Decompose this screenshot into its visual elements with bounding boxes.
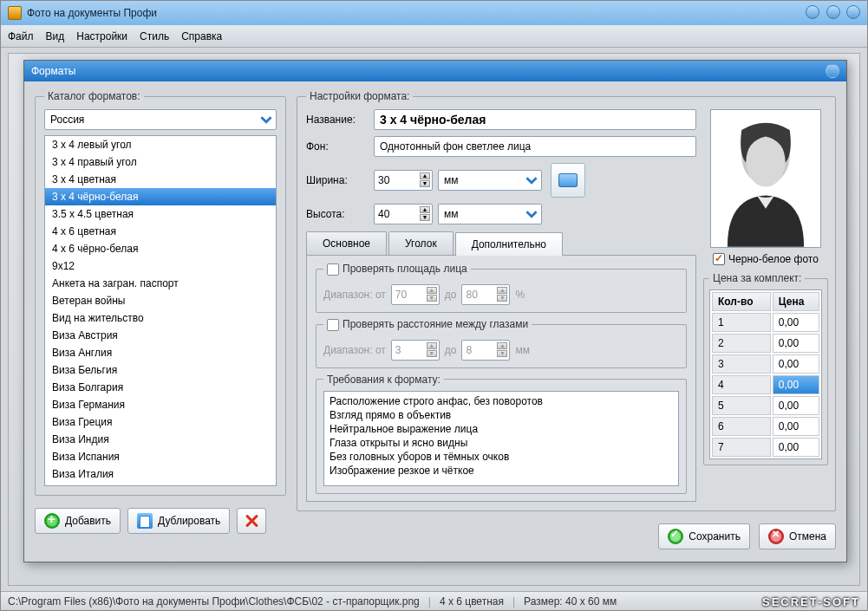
spin-down-icon[interactable]: ▼ bbox=[420, 214, 430, 221]
catalog-fieldset: Каталог форматов: Россия 3 x 4 левый уго… bbox=[35, 90, 286, 496]
face-area-to-spinner: 80▲▼ bbox=[461, 284, 510, 305]
tab-corner[interactable]: Уголок bbox=[388, 231, 454, 255]
watermark: SECRET-SOFT bbox=[762, 595, 860, 608]
eye-distance-checkbox[interactable] bbox=[327, 319, 339, 331]
spin-up-icon[interactable]: ▲ bbox=[420, 172, 430, 179]
status-size: Размер: 40 x 60 мм bbox=[524, 595, 617, 608]
width-unit-combo[interactable]: мм bbox=[438, 170, 542, 191]
menu-view[interactable]: Вид bbox=[46, 30, 65, 42]
requirement-item: Нейтральное выражение лица bbox=[330, 422, 673, 436]
format-item[interactable]: Виза Англия bbox=[45, 344, 276, 361]
titlebar: Фото на документы Профи bbox=[1, 1, 867, 25]
requirements-fieldset: Требования к формату: Расположение строг… bbox=[316, 374, 687, 494]
format-item[interactable]: Виза Греция bbox=[45, 413, 276, 431]
tab-additional-content: Проверять площадь лица Диапазон: от 70▲▼… bbox=[306, 255, 696, 502]
price-table[interactable]: Кол-во Цена 10,0020,0030,0040,0050,0060,… bbox=[709, 289, 822, 459]
portrait-placeholder-icon bbox=[711, 110, 820, 247]
dialog-titlebar: Форматы bbox=[24, 61, 846, 81]
status-path: C:\Program Files (x86)\Фото на документы… bbox=[8, 595, 420, 608]
app-icon bbox=[8, 6, 22, 20]
menubar: Файл Вид Настройки Стиль Справка bbox=[1, 25, 867, 48]
price-row[interactable]: 70,00 bbox=[712, 438, 819, 457]
id-card-button[interactable] bbox=[551, 163, 585, 198]
spin-up-icon[interactable]: ▲ bbox=[420, 206, 430, 213]
chevron-down-icon bbox=[260, 114, 272, 126]
format-item[interactable]: Виза Бельгия bbox=[45, 361, 276, 379]
price-row[interactable]: 20,00 bbox=[712, 334, 819, 353]
price-row[interactable]: 50,00 bbox=[712, 396, 819, 415]
plus-icon bbox=[44, 513, 60, 529]
tabs: Основное Уголок Дополнительно bbox=[306, 231, 696, 255]
height-label: Высота: bbox=[306, 208, 369, 220]
format-item[interactable]: Виза Италия bbox=[45, 465, 276, 483]
menu-file[interactable]: Файл bbox=[8, 30, 34, 42]
format-item[interactable]: Виза Испания bbox=[45, 448, 276, 465]
format-item[interactable]: Ветеран войны bbox=[45, 292, 276, 309]
format-item[interactable]: Виза Германия bbox=[45, 396, 276, 413]
settings-legend: Настройки формата: bbox=[306, 90, 413, 102]
format-item[interactable]: 9x12 bbox=[45, 257, 276, 275]
bw-checkbox[interactable] bbox=[713, 253, 725, 265]
formats-dialog: Форматы Каталог форматов: Россия 3 x 4 л… bbox=[23, 60, 847, 562]
cancel-icon bbox=[768, 529, 784, 544]
price-fieldset: Цена за комплект: Кол-во Цена 10,0020,00… bbox=[703, 272, 828, 465]
format-item[interactable]: 3.5 x 4.5 цветная bbox=[45, 205, 276, 223]
menu-help[interactable]: Справка bbox=[181, 30, 222, 42]
chevron-down-icon bbox=[525, 174, 538, 186]
menu-style[interactable]: Стиль bbox=[140, 30, 169, 42]
eye-distance-fieldset: Проверять расстояние между глазами Диапа… bbox=[316, 318, 687, 368]
duplicate-button[interactable]: Дублировать bbox=[127, 508, 230, 534]
price-row[interactable]: 30,00 bbox=[712, 354, 819, 374]
tab-additional[interactable]: Дополнительно bbox=[455, 232, 563, 256]
menu-settings[interactable]: Настройки bbox=[76, 30, 127, 42]
format-item[interactable]: 3 x 4 правый угол bbox=[45, 153, 276, 171]
price-row[interactable]: 40,00 bbox=[712, 375, 819, 394]
format-listbox[interactable]: 3 x 4 левый угол3 x 4 правый угол3 x 4 ц… bbox=[44, 135, 277, 486]
price-col-qty: Кол-во bbox=[712, 292, 771, 311]
format-item[interactable]: 4 x 6 чёрно-белая bbox=[45, 240, 276, 257]
price-row[interactable]: 60,00 bbox=[712, 417, 819, 436]
background-combo[interactable]: Однотонный фон светлее лица bbox=[374, 136, 696, 157]
format-item[interactable]: Виза Индия bbox=[45, 431, 276, 448]
format-item[interactable]: 3 x 4 чёрно-белая bbox=[45, 188, 276, 205]
requirements-list[interactable]: Расположение строго анфас, без поворотов… bbox=[323, 391, 679, 486]
delete-button[interactable] bbox=[237, 508, 266, 534]
format-item[interactable]: 3 x 4 цветная bbox=[45, 171, 276, 188]
requirement-item: Взгляд прямо в объектив bbox=[330, 408, 673, 422]
face-area-fieldset: Проверять площадь лица Диапазон: от 70▲▼… bbox=[316, 263, 687, 313]
spin-down-icon[interactable]: ▼ bbox=[420, 180, 430, 187]
width-spinner[interactable]: 30▲▼ bbox=[374, 170, 433, 191]
app-title: Фото на документы Профи bbox=[27, 7, 802, 19]
format-item[interactable]: 4 x 6 цветная bbox=[45, 223, 276, 240]
save-button[interactable]: Сохранить bbox=[658, 523, 750, 549]
window-controls bbox=[802, 5, 860, 22]
statusbar: C:\Program Files (x86)\Фото на документы… bbox=[1, 591, 867, 610]
bw-label: Черно-белое фото bbox=[728, 253, 819, 265]
close-icon[interactable] bbox=[846, 5, 860, 19]
chevron-down-icon bbox=[525, 208, 538, 220]
dialog-close-icon[interactable] bbox=[826, 64, 839, 78]
format-item[interactable]: Виза Австрия bbox=[45, 327, 276, 344]
add-button[interactable]: Добавить bbox=[35, 508, 121, 534]
requirement-item: Изображение резкое и чёткое bbox=[330, 464, 673, 478]
format-item[interactable]: Анкета на загран. паспорт bbox=[45, 275, 276, 292]
minimize-icon[interactable] bbox=[806, 5, 819, 19]
height-unit-combo[interactable]: мм bbox=[438, 204, 542, 224]
name-input[interactable] bbox=[374, 109, 696, 130]
price-row[interactable]: 10,00 bbox=[712, 313, 819, 332]
height-spinner[interactable]: 40▲▼ bbox=[374, 204, 433, 224]
face-area-from-spinner: 70▲▼ bbox=[391, 284, 440, 305]
dialog-title: Форматы bbox=[31, 65, 75, 77]
maximize-icon[interactable] bbox=[826, 5, 840, 19]
face-area-checkbox[interactable] bbox=[327, 263, 339, 276]
cancel-button[interactable]: Отмена bbox=[759, 523, 836, 549]
tab-main[interactable]: Основное bbox=[306, 231, 387, 255]
format-item[interactable]: 3 x 4 левый угол bbox=[45, 136, 276, 153]
price-col-price: Цена bbox=[773, 292, 819, 311]
format-item[interactable]: Вид на жительство bbox=[45, 309, 276, 327]
country-combo[interactable]: Россия bbox=[44, 109, 277, 130]
country-value: Россия bbox=[50, 114, 84, 126]
copy-icon bbox=[137, 513, 153, 529]
main-window: Фото на документы Профи Файл Вид Настрой… bbox=[0, 0, 868, 611]
format-item[interactable]: Виза Болгария bbox=[45, 379, 276, 396]
